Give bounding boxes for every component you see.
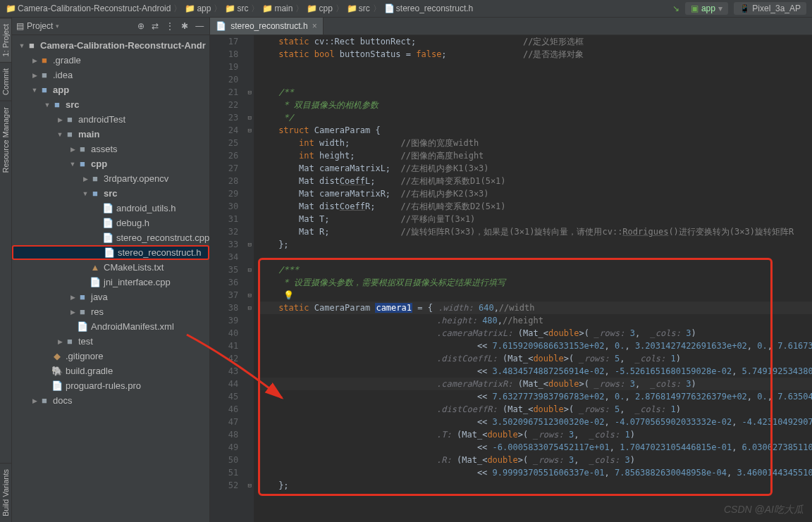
tree-node[interactable]: ▼■main [12,127,209,142]
folder-icon: ■ [64,336,75,347]
folder-icon: ■ [77,159,88,169]
folder-icon: ■ [77,306,88,317]
crumb[interactable]: 📁main [262,4,293,13]
tree-node[interactable]: 📄proguard-rules.pro [12,378,209,393]
tree-node[interactable]: ▶■test [12,334,209,349]
tree-node[interactable]: ▶■3rdparty.opencv [12,171,209,186]
cpp-icon: 📄 [90,277,101,287]
gutter-project[interactable]: 1: Project [0,18,11,62]
gradle-icon: 🐘 [51,366,63,376]
crumb[interactable]: 📁src [225,4,248,13]
h-icon: 📄 [102,203,113,213]
collapse-icon[interactable]: ⋮ [164,21,176,31]
tree-node[interactable]: ▶■androidTest [12,112,209,127]
git-icon: ◆ [51,351,63,361]
tree-node[interactable]: ▼■app [12,82,209,97]
folder-icon: ■ [64,114,75,125]
tree-node[interactable]: ▶■java [12,290,209,304]
h-icon: 📄 [102,218,113,228]
folder-icon: ■ [39,85,50,95]
xml-icon: 📄 [77,321,88,332]
folder-icon: ■ [51,99,63,110]
tree-node[interactable]: ◆.gitignore [12,349,209,363]
run-config-selector[interactable]: ▣app▾ [685,2,728,15]
close-icon[interactable]: × [312,21,317,31]
tree-node[interactable]: ▶■.idea [12,68,209,82]
hammer-icon[interactable]: ↘ [672,4,679,13]
tree-node[interactable]: ▶■res [12,304,209,319]
locate-icon[interactable]: ⊕ [136,21,146,31]
project-panel: ▤ Project ▾ ⊕ ⇄ ⋮ ✱ — ▼■Camera-Calibrati… [12,18,210,522]
tree-node[interactable]: 📄android_utils.h [12,201,209,216]
folder-icon: ■ [39,395,50,406]
gutter-build-variants[interactable]: Build Variants [0,463,11,522]
expand-icon[interactable]: ⇄ [150,21,160,31]
project-tree[interactable]: ▼■Camera-Calibration-Reconstruct-Andr▶■.… [12,35,209,522]
folder-icon: ■ [26,40,37,51]
watermark: CSDN @AI吃大瓜 [724,504,804,516]
tab-label: stereo_reconstruct.h [230,21,307,31]
crumb[interactable]: 📄stereo_reconstruct.h [384,4,473,13]
line-numbers: 1718192021222324252627282930313233343536… [210,35,245,522]
tree-node[interactable]: 📄debug.h [12,216,209,230]
folder-icon: ■ [64,129,75,139]
tree-node[interactable]: ▼■cpp [12,156,209,171]
tree-node[interactable]: ▶■assets [12,142,209,156]
tree-node[interactable]: ▼■src [12,97,209,112]
tree-node[interactable]: ▼■src [12,186,209,201]
folder-icon: ■ [39,70,50,80]
txt-icon: 📄 [51,380,63,391]
crumb[interactable]: 📁app [185,4,211,13]
device-selector[interactable]: 📱 Pixel_3a_AP [734,2,806,15]
gutter-commit[interactable]: Commit [0,62,11,101]
toolwindow-left-stripe: 1: Project Commit Resource Manager Build… [0,18,12,522]
editor-tabs: 📄 stereo_reconstruct.h × [210,18,812,35]
editor: 📄 stereo_reconstruct.h × 171819202122232… [210,18,812,522]
fold-gutter[interactable]: ⊟⊟⊟⊟⊟⊟⊟⊟ [245,35,254,522]
cmake-icon: ▲ [90,262,101,273]
tree-node[interactable]: 📄stereo_reconstruct.h [12,245,209,260]
hide-icon[interactable]: — [194,21,205,31]
crumb[interactable]: 📁cpp [307,4,332,13]
tree-node[interactable]: 📄jni_interface.cpp [12,275,209,290]
crumb[interactable]: 📁src [347,4,370,13]
code-area[interactable]: 1718192021222324252627282930313233343536… [210,35,812,522]
folder-icon: ■ [39,55,50,66]
tree-node[interactable]: ▲CMakeLists.txt [12,260,209,275]
tree-node[interactable]: ▶■docs [12,393,209,408]
h-icon: 📄 [104,247,115,258]
gutter-resource-manager[interactable]: Resource Manager [0,101,11,179]
tree-node[interactable]: 📄AndroidManifest.xml [12,319,209,334]
settings-icon[interactable]: ✱ [180,21,190,31]
panel-title[interactable]: ▤ Project ▾ [16,21,132,31]
cpp-icon: 📄 [102,232,113,243]
folder-icon: ■ [77,144,88,154]
tree-node[interactable]: 📄stereo_reconstruct.cpp [12,230,209,245]
crumb[interactable]: 📁Camera-Calibration-Reconstruct-Android [6,4,171,13]
tab-stereo-reconstruct[interactable]: 📄 stereo_reconstruct.h × [210,18,323,35]
folder-icon: ■ [77,292,88,302]
tree-node[interactable]: ▶■.gradle [12,53,209,68]
folder-icon: ■ [90,173,101,184]
tree-node[interactable]: ▼■Camera-Calibration-Reconstruct-Andr [12,38,209,53]
code-lines[interactable]: static cv::Rect buttonRect; //定义矩形选框 sta… [254,35,812,522]
tree-node[interactable]: 🐘build.gradle [12,363,209,378]
breadcrumb: 📁Camera-Calibration-Reconstruct-Android … [0,0,812,18]
folder-icon: ■ [90,188,101,199]
